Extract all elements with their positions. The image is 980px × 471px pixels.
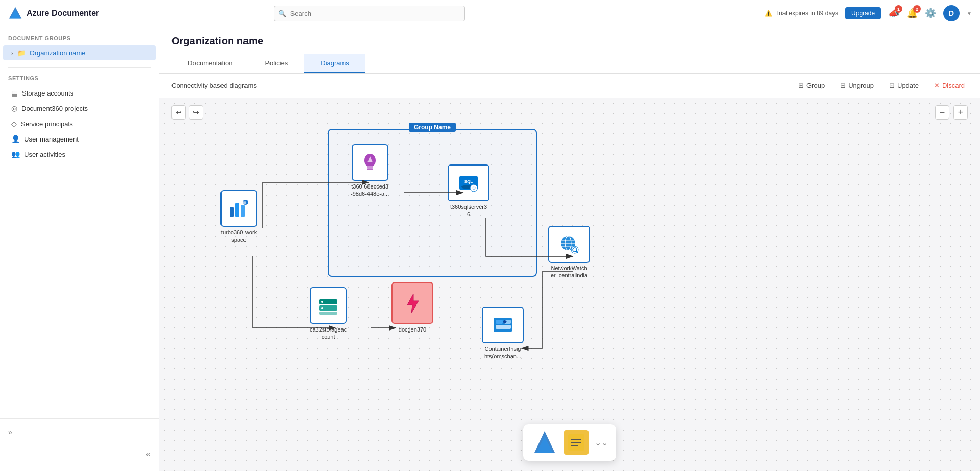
node-label-ca32storage: ca32storageaccount — [310, 326, 347, 341]
svg-marker-30 — [407, 294, 419, 313]
user-mgmt-icon: 👤 — [11, 135, 20, 143]
settings-label: SETTINGS — [0, 75, 159, 85]
upgrade-button[interactable]: Upgrade — [845, 7, 881, 19]
doc360-icon: ◎ — [11, 104, 17, 112]
storage-icon — [317, 294, 339, 317]
logo-icon — [8, 6, 22, 20]
sidebar-item-doc360[interactable]: ◎ Document360 projects — [3, 101, 156, 116]
node-t360-68ecced[interactable]: t360-68ecced3-98d6-448e-a... — [351, 144, 389, 198]
svg-rect-3 — [230, 207, 234, 217]
expand-icon: » — [8, 428, 12, 436]
node-box-t360sqlserver: SQL ⚙ — [448, 164, 489, 201]
update-button[interactable]: ⊡ Update — [886, 80, 922, 91]
service-label: Service principals — [21, 120, 73, 128]
sidebar: DOCUMENT GROUPS › 📁 Organization name SE… — [0, 27, 159, 471]
widget-notes-icon — [564, 430, 589, 455]
tabs: Documentation Policies Diagrams — [172, 54, 968, 73]
node-box-ca32storage — [310, 287, 347, 324]
node-t360sqlserver[interactable]: SQL ⚙ t360sqlserver36 — [448, 164, 489, 218]
search-bar: 🔍 — [274, 6, 465, 21]
document-groups-label: DOCUMENT GROUPS — [0, 35, 159, 45]
svg-rect-34 — [496, 325, 511, 329]
widget-expand-icon[interactable]: ⌄⌄ — [595, 438, 608, 448]
node-box-turbo360: ▦ — [220, 190, 257, 227]
widget-chart-icon — [531, 429, 558, 456]
collapse-icon: « — [146, 450, 151, 459]
redo-button[interactable]: ↪ — [189, 105, 203, 120]
svg-point-28 — [321, 301, 323, 303]
sidebar-item-service-principals[interactable]: ◇ Service principals — [3, 116, 156, 131]
sidebar-bottom: » — [0, 418, 159, 445]
zoom-out-button[interactable]: − — [935, 105, 949, 120]
node-label-networkwatcher: NetworkWatcher_centralindia — [551, 265, 587, 279]
node-label-docgen370: docgen370 — [399, 326, 426, 333]
group-name-text: Group Name — [414, 124, 451, 131]
node-label-containerinsights: ContainerInsights(omschan... — [484, 345, 521, 360]
megaphone-badge: 1 — [895, 5, 902, 13]
svg-rect-5 — [241, 205, 245, 217]
node-ca32storage[interactable]: ca32storageaccount — [310, 287, 347, 341]
main-header: Organization name Documentation Policies… — [159, 27, 980, 74]
node-box-containerinsights — [482, 307, 524, 343]
sidebar-item-org[interactable]: › 📁 Organization name — [3, 45, 156, 60]
app-logo: Azure Documenter — [8, 6, 120, 20]
tab-policies[interactable]: Policies — [249, 54, 304, 73]
expand-sidebar-button[interactable]: » — [0, 424, 159, 440]
discard-button[interactable]: ✕ Discard — [931, 80, 968, 91]
svg-rect-10 — [368, 169, 373, 170]
trial-text: Trial expires in 89 days — [775, 10, 838, 17]
chevron-right-icon: › — [11, 50, 13, 56]
tab-documentation[interactable]: Documentation — [172, 54, 249, 73]
container-icon — [492, 314, 514, 336]
sidebar-item-storage[interactable]: ▦ Storage accounts — [3, 85, 156, 101]
node-turbo360[interactable]: ▦ turbo360-workspace — [220, 190, 257, 244]
user-act-label: User activities — [24, 151, 65, 158]
page-title: Organization name — [172, 35, 968, 47]
node-networkwatcher[interactable]: NetworkWatcher_centralindia — [548, 226, 590, 279]
svg-text:▦: ▦ — [243, 201, 247, 204]
discard-icon: ✕ — [934, 82, 940, 89]
notifications-button[interactable]: 🔔 2 — [906, 8, 918, 19]
chevron-down-icon: ▼ — [967, 11, 972, 16]
trial-badge: ⚠️ Trial expires in 89 days — [765, 10, 838, 17]
svg-rect-32 — [496, 320, 503, 324]
sidebar-divider-1 — [8, 67, 151, 68]
doc360-label: Document360 projects — [21, 105, 88, 112]
zoom-in-button[interactable]: + — [953, 105, 968, 120]
settings-button[interactable]: ⚙️ — [925, 8, 936, 19]
svg-text:⚙: ⚙ — [472, 186, 476, 191]
diagram-actions: ⊞ Group ⊟ Ungroup ⊡ Update ✕ Discard — [795, 80, 968, 91]
diagram-canvas[interactable]: ↩ ↪ − + — [159, 98, 980, 471]
folder-icon: 📁 — [17, 49, 26, 57]
service-icon: ◇ — [11, 120, 17, 128]
ungroup-button[interactable]: ⊟ Ungroup — [837, 80, 877, 91]
storage-label: Storage accounts — [22, 89, 74, 97]
chart-blue-icon: ▦ — [228, 197, 250, 220]
collapse-sidebar-button[interactable]: « — [0, 445, 159, 463]
node-label-t360-68ecced: t360-68ecced3-98d6-448e-a... — [351, 183, 389, 198]
storage-icon: ▦ — [11, 89, 18, 97]
group-button[interactable]: ⊞ Group — [795, 80, 828, 91]
sidebar-item-user-activities[interactable]: 👥 User activities — [3, 147, 156, 162]
undo-button[interactable]: ↩ — [172, 105, 186, 120]
node-docgen370[interactable]: docgen370 — [391, 282, 433, 333]
alert-badge: 2 — [913, 5, 921, 13]
search-input[interactable] — [274, 6, 465, 21]
svg-text:SQL: SQL — [464, 179, 473, 184]
sql-icon: SQL ⚙ — [457, 172, 480, 194]
tab-diagrams[interactable]: Diagrams — [304, 54, 365, 73]
svg-point-29 — [321, 307, 323, 309]
diagram-toolbar: Connectivity based diagrams ⊞ Group ⊟ Un… — [159, 74, 980, 98]
group-icon: ⊞ — [798, 82, 804, 89]
user-mgmt-label: User management — [24, 135, 79, 143]
node-label-turbo360: turbo360-workspace — [221, 229, 257, 244]
bottom-widget[interactable]: ⌄⌄ — [523, 424, 616, 461]
sidebar-item-user-management[interactable]: 👤 User management — [3, 131, 156, 147]
avatar[interactable]: D — [943, 5, 960, 21]
node-containerinsights[interactable]: ContainerInsights(omschan... — [482, 307, 524, 360]
megaphone-button[interactable]: 📣 1 — [888, 8, 899, 19]
undo-redo-bar: ↩ ↪ — [172, 105, 203, 120]
sidebar-org-label: Organization name — [30, 49, 86, 57]
node-box-networkwatcher — [548, 226, 590, 263]
search-icon: 🔍 — [278, 10, 286, 17]
